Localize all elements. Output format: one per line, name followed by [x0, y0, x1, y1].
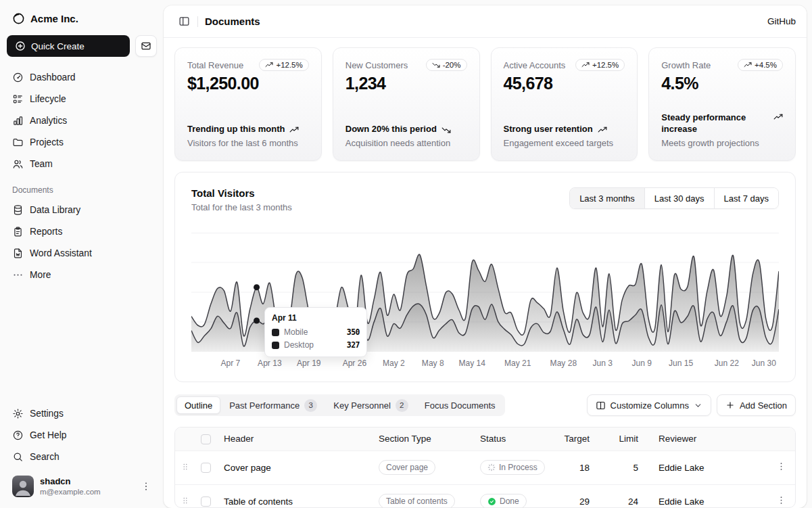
user-menu[interactable]: shadcn m@example.com — [7, 471, 157, 501]
chart-bar-icon — [12, 115, 24, 126]
sidebar-item-settings[interactable]: Settings — [7, 402, 157, 424]
company-name: Acme Inc. — [30, 13, 78, 24]
sidebar-toggle-button[interactable] — [174, 12, 193, 31]
trending-down-icon — [432, 61, 440, 69]
trending-up-icon — [289, 125, 299, 135]
col-target: Target — [554, 428, 604, 451]
sidebar-spacer — [7, 285, 157, 402]
sidebar-item-dashboard[interactable]: Dashboard — [7, 66, 157, 88]
row-header-cell[interactable]: Table of contents — [218, 484, 373, 508]
limit-cell[interactable]: 24 — [604, 484, 653, 508]
row-menu-button[interactable] — [767, 484, 795, 508]
tab-outline[interactable]: Outline — [176, 396, 220, 414]
reviewer-cell[interactable]: Eddie Lake — [653, 451, 767, 484]
svg-text:Jun 30: Jun 30 — [752, 359, 776, 368]
svg-text:Apr 19: Apr 19 — [297, 359, 321, 368]
sidebar-item-data-library[interactable]: Data Library — [7, 199, 157, 221]
ellipsis-vertical-icon — [776, 495, 786, 505]
drag-handle[interactable] — [175, 451, 195, 484]
trend-badge: +12.5% — [575, 59, 625, 71]
svg-text:Apr 13: Apr 13 — [258, 359, 282, 368]
drag-handle[interactable] — [175, 484, 195, 508]
quick-create-button[interactable]: Quick Create — [7, 35, 130, 57]
inbox-button[interactable] — [135, 35, 157, 57]
row-checkbox[interactable] — [201, 463, 211, 473]
tooltip-row-mobile: Mobile 350 — [272, 327, 360, 337]
folder-icon — [12, 137, 24, 148]
svg-text:Apr 26: Apr 26 — [343, 359, 367, 368]
quick-create-row: Quick Create — [7, 35, 157, 57]
range-option-30days[interactable]: Last 30 days — [644, 188, 714, 208]
sidebar-item-analytics[interactable]: Analytics — [7, 110, 157, 131]
sidebar-item-projects[interactable]: Projects — [7, 131, 157, 153]
svg-text:May 2: May 2 — [383, 359, 405, 368]
tab-key-personnel[interactable]: Key Personnel2 — [326, 396, 416, 414]
chevron-down-icon — [694, 401, 702, 410]
section-type-badge: Cover page — [379, 460, 435, 475]
svg-text:Apr 7: Apr 7 — [221, 359, 241, 368]
row-checkbox[interactable] — [201, 497, 211, 507]
stat-cards: Total Revenue +12.5% $1,250.00 Trending … — [174, 47, 796, 161]
ellipsis-vertical-icon — [776, 461, 786, 471]
col-section-type: Section Type — [373, 428, 475, 451]
status-badge: In Process — [480, 460, 545, 475]
company-button[interactable]: Acme Inc. — [7, 7, 157, 30]
reviewer-cell[interactable]: Eddie Lake — [653, 484, 767, 508]
tooltip-date: Apr 11 — [272, 313, 360, 323]
select-all-checkbox[interactable] — [201, 434, 211, 444]
ellipsis-icon — [12, 269, 24, 281]
sidebar-item-more[interactable]: More — [7, 264, 157, 285]
search-icon — [12, 451, 24, 463]
target-cell[interactable]: 29 — [554, 484, 604, 508]
sidebar-item-search[interactable]: Search — [7, 446, 157, 467]
svg-text:Jun 22: Jun 22 — [715, 359, 739, 368]
panel-left-icon — [178, 16, 190, 27]
svg-text:May 28: May 28 — [550, 359, 577, 368]
row-menu-button[interactable] — [767, 451, 795, 484]
sidebar: Acme Inc. Quick Create Dashboard Lifecyc… — [0, 0, 164, 508]
customize-columns-button[interactable]: Customize Columns — [587, 394, 711, 416]
tab-focus-documents[interactable]: Focus Documents — [417, 396, 503, 414]
card-label: Active Accounts — [504, 59, 566, 70]
chart-tooltip: Apr 11 Mobile 350 Desktop 327 — [264, 307, 367, 357]
settings-icon — [12, 408, 24, 419]
sidebar-item-word-assistant[interactable]: Word Assistant — [7, 242, 157, 264]
limit-cell[interactable]: 5 — [604, 451, 653, 484]
table-header-row: Header Section Type Status Target Limit … — [175, 428, 795, 451]
quick-create-label: Quick Create — [31, 41, 85, 51]
row-header-cell[interactable]: Cover page — [218, 451, 373, 484]
users-icon — [12, 158, 24, 170]
chart-title: Total Visitors — [191, 187, 292, 199]
trending-up-icon — [598, 125, 607, 135]
sections-table: Header Section Type Status Target Limit … — [174, 427, 796, 508]
col-reviewer: Reviewer — [653, 428, 767, 451]
sidebar-item-lifecycle[interactable]: Lifecycle — [7, 88, 157, 110]
sidebar-item-reports[interactable]: Reports — [7, 221, 157, 242]
card-value: 1,234 — [345, 74, 467, 93]
card-value: 4.5% — [661, 74, 783, 93]
app-root: Acme Inc. Quick Create Dashboard Lifecyc… — [0, 0, 812, 508]
main-panel: Documents GitHub Total Revenue +12.5% $1… — [164, 5, 807, 508]
sidebar-item-get-help[interactable]: Get Help — [7, 424, 157, 446]
tab-count-badge: 3 — [304, 399, 317, 412]
visitors-chart[interactable]: Apr 7Apr 13Apr 19Apr 26May 2May 8May 14M… — [191, 233, 779, 369]
range-option-3months[interactable]: Last 3 months — [570, 188, 644, 208]
report-icon — [12, 226, 24, 237]
sidebar-item-team[interactable]: Team — [7, 153, 157, 175]
status-badge: Done — [480, 494, 527, 508]
add-section-button[interactable]: Add Section — [717, 394, 796, 416]
file-word-icon — [12, 248, 24, 259]
page-content: Total Revenue +12.5% $1,250.00 Trending … — [164, 38, 807, 508]
range-option-7days[interactable]: Last 7 days — [714, 188, 779, 208]
mail-icon — [141, 41, 151, 51]
table-row: Cover page Cover page In Process 18 5 Ed… — [175, 451, 795, 484]
database-icon — [12, 204, 24, 216]
github-link[interactable]: GitHub — [767, 16, 796, 26]
user-name: shadcn — [40, 476, 135, 487]
columns-icon — [596, 400, 606, 411]
target-cell[interactable]: 18 — [554, 451, 604, 484]
tab-past-performance[interactable]: Past Performance3 — [222, 396, 325, 414]
plus-icon — [725, 400, 735, 410]
visitors-chart-card: Total Visitors Total for the last 3 mont… — [174, 172, 796, 382]
range-toggle-group: Last 3 months Last 30 days Last 7 days — [569, 187, 779, 209]
